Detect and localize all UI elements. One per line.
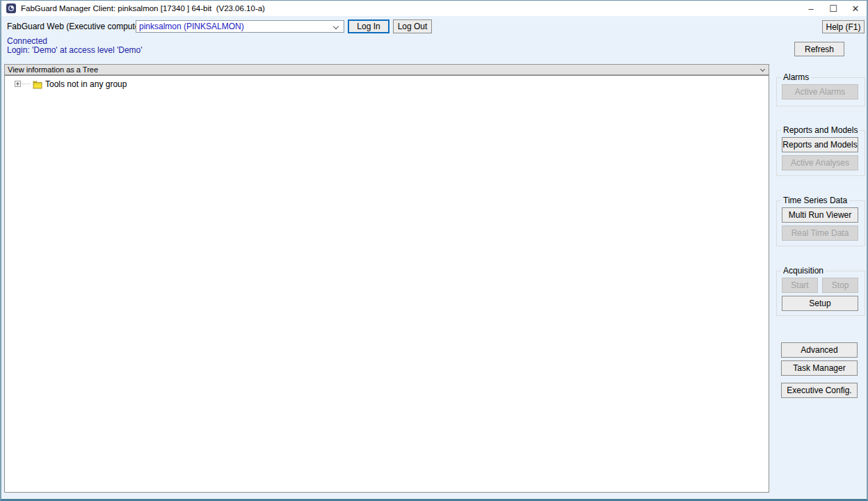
tree-row[interactable]: Tools not in any group [5,79,769,90]
active-alarms-button[interactable]: Active Alarms [782,84,858,100]
view-mode-select[interactable]: View information as a Tree [4,64,769,75]
app-window: FabGuard Manager Client: pinksalmon [173… [0,0,868,501]
tree-connector-line [22,84,30,84]
app-icon-glyph [8,5,15,12]
window-controls: – ☐ ✕ [800,1,867,16]
connection-status: Connected [7,36,47,46]
folder-icon [33,79,42,92]
server-select[interactable]: pinksalmon (PINKSALMON) [136,20,344,33]
minimize-button[interactable]: – [800,1,822,16]
reports-models-group-title: Reports and Models [781,125,860,135]
time-series-group: Time Series Data Multi Run Viewer Real T… [776,200,865,246]
acquisition-group: Acquisition Start Stop Setup [776,271,865,316]
app-icon [6,3,16,13]
alarms-group: Alarms Active Alarms [776,77,865,106]
title-bar[interactable]: FabGuard Manager Client: pinksalmon [173… [1,1,867,16]
start-button[interactable]: Start [782,278,818,293]
help-button[interactable]: Help (F1) [822,20,865,33]
tree-item-label: Tools not in any group [45,79,127,89]
task-manager-button[interactable]: Task Manager [781,360,858,376]
reports-models-group: Reports and Models Reports and Models Ac… [776,130,865,176]
real-time-data-button[interactable]: Real Time Data [782,225,858,241]
log-in-button[interactable]: Log In [348,19,389,33]
acquisition-group-title: Acquisition [781,266,826,276]
advanced-button[interactable]: Advanced [781,342,858,358]
alarms-group-title: Alarms [781,72,811,82]
fabguard-web-label: FabGuard Web (Executive computer): [7,22,147,31]
active-analyses-button[interactable]: Active Analyses [782,155,858,170]
stop-button[interactable]: Stop [822,278,858,293]
server-select-value: pinksalmon (PINKSALMON) [139,22,244,31]
expand-plus-icon[interactable] [15,81,21,87]
executive-config-button[interactable]: Executive Config. [781,383,858,398]
log-out-button[interactable]: Log Out [393,19,432,33]
close-button[interactable]: ✕ [844,1,867,16]
time-series-group-title: Time Series Data [781,196,849,205]
login-status: Login: 'Demo' at access level 'Demo' [7,45,143,55]
chevron-down-icon [333,24,339,29]
maximize-button[interactable]: ☐ [822,1,844,16]
chevron-down-icon [760,67,765,72]
view-mode-value: View information as a Tree [8,65,98,74]
reports-and-models-button[interactable]: Reports and Models [782,137,858,152]
window-title: FabGuard Manager Client: pinksalmon [173… [21,4,265,13]
multi-run-viewer-button[interactable]: Multi Run Viewer [782,207,858,223]
refresh-button[interactable]: Refresh [794,42,844,56]
tree-panel: Tools not in any group [4,75,769,493]
setup-button[interactable]: Setup [782,296,858,311]
